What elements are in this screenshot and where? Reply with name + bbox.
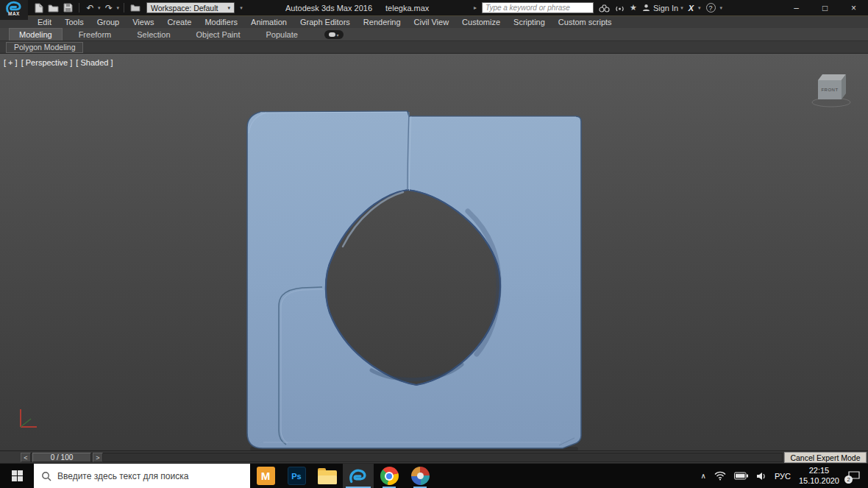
ribbon-tab-object-paint[interactable]: Object Paint: [187, 28, 250, 40]
taskbar-icon-explorer[interactable]: [312, 464, 343, 488]
menu-item-custom-scripts[interactable]: Custom scripts: [552, 16, 619, 29]
viewport-label: [ + ] [ Perspective ] [ Shaded ]: [4, 58, 113, 67]
windows-logo-icon: [12, 470, 23, 481]
taskbar-icon-app[interactable]: [405, 464, 435, 488]
gmail-icon: M: [257, 467, 275, 485]
menu-item-edit[interactable]: Edit: [31, 16, 58, 29]
window-title: Autodesk 3ds Max 2016 telegka.max: [285, 0, 429, 15]
favorites-star-icon[interactable]: ★: [630, 3, 637, 13]
menu-item-scripting[interactable]: Scripting: [507, 16, 552, 29]
menu-item-animation[interactable]: Animation: [244, 16, 294, 29]
menu-item-rendering[interactable]: Rendering: [357, 16, 408, 29]
cancel-expert-mode-button[interactable]: Cancel Expert Mode: [784, 452, 867, 463]
time-slider-track[interactable]: [21, 453, 783, 462]
infocenter-collapse-icon[interactable]: ▸: [474, 4, 477, 11]
prev-frame-button[interactable]: <: [21, 453, 31, 462]
ribbon-tab-modeling[interactable]: Modeling: [9, 28, 63, 40]
file-explorer-icon: [318, 470, 337, 484]
language-indicator[interactable]: РУС: [775, 472, 791, 481]
next-frame-button[interactable]: >: [93, 453, 103, 462]
user-icon: [642, 4, 650, 12]
app-swirl-icon: [411, 467, 430, 485]
start-button[interactable]: [0, 464, 34, 488]
taskbar-icon-gmail[interactable]: M: [250, 464, 281, 488]
taskbar-icon-3dsmax[interactable]: [343, 464, 374, 488]
chevron-down-icon: ▾: [227, 5, 230, 11]
ribbon-tab-freeform[interactable]: Freeform: [69, 28, 121, 40]
open-file-button[interactable]: [47, 1, 60, 14]
workspace-selector[interactable]: Workspace: Default ▾: [146, 2, 235, 13]
exchange-apps-icon[interactable]: X: [689, 4, 694, 13]
quick-access-toolbar: ↶ ▾ ↷ ▾ Workspace: Default ▾ ▾: [32, 0, 246, 15]
menu-item-graph-editors[interactable]: Graph Editors: [294, 16, 357, 29]
menu-item-create[interactable]: Create: [160, 16, 198, 29]
notification-center-button[interactable]: 2: [847, 470, 861, 482]
viewport-menu-plus[interactable]: [ + ]: [4, 58, 18, 67]
sign-in-button[interactable]: Sign In ▾: [642, 4, 683, 13]
infocenter: ▸ ★ Sign In ▾ X ▾ ? ▾: [474, 0, 722, 15]
viewport-menu-view[interactable]: [ Perspective ]: [21, 58, 73, 67]
menu-item-group[interactable]: Group: [90, 16, 127, 29]
taskbar: M Ps ∧: [0, 463, 868, 488]
taskbar-icon-photoshop[interactable]: Ps: [281, 464, 312, 488]
file-name: telegka.max: [385, 4, 429, 13]
viewport[interactable]: [ + ] [ Perspective ] [ Shaded ]: [0, 54, 868, 450]
menu-item-modifiers[interactable]: Modifiers: [198, 16, 244, 29]
clock[interactable]: 22:15 15.10.2020: [799, 466, 839, 487]
polygon-modeling-panel-label[interactable]: Polygon Modeling: [6, 42, 83, 53]
world-axis: [15, 408, 49, 431]
chevron-down-icon: ▾: [680, 5, 683, 11]
search-icon: [41, 471, 51, 481]
minimize-button[interactable]: –: [782, 0, 811, 15]
save-file-button[interactable]: [62, 1, 74, 14]
photoshop-icon: Ps: [288, 467, 306, 485]
model-plate[interactable]: [247, 111, 581, 448]
clock-time: 22:15: [809, 466, 830, 475]
menubar: Edit Tools Group Views Create Modifiers …: [0, 15, 868, 28]
ribbon-tab-populate[interactable]: Populate: [256, 28, 307, 40]
notification-badge: 2: [844, 475, 853, 484]
ribbon-tab-selection[interactable]: Selection: [127, 28, 179, 40]
communication-center-icon[interactable]: [615, 4, 625, 13]
taskbar-search-input[interactable]: [57, 471, 243, 481]
volume-icon[interactable]: [756, 472, 766, 481]
redo-dropdown-icon[interactable]: ▾: [117, 5, 120, 11]
project-folder-button[interactable]: [129, 1, 141, 14]
menu-item-civil-view[interactable]: Civil View: [408, 16, 455, 29]
undo-dropdown-icon[interactable]: ▾: [98, 5, 101, 11]
model-canvas[interactable]: [0, 54, 868, 450]
window-controls: – □ ×: [782, 0, 868, 15]
max-application-button[interactable]: MAX: [0, 0, 28, 20]
system-tray: ∧ РУС 22:15 15.10.2020: [701, 464, 868, 488]
chevron-down-icon[interactable]: ▾: [698, 5, 701, 11]
new-file-button[interactable]: [32, 1, 45, 14]
chevron-down-icon: ▾: [336, 32, 338, 38]
menu-item-views[interactable]: Views: [126, 16, 160, 29]
workspace-flyout-button[interactable]: ▾: [237, 2, 246, 13]
toolbar-separator: [79, 3, 79, 13]
viewcube[interactable]: FRONT: [809, 70, 855, 108]
time-slider-handle[interactable]: 0 / 100: [32, 453, 91, 462]
workspace-label: Workspace: Default: [151, 4, 218, 13]
titlebar: MAX ↶ ▾ ↷ ▾ Workspace: Default ▾: [0, 0, 868, 15]
viewcube-top-face[interactable]: [818, 74, 846, 80]
menu-item-tools[interactable]: Tools: [58, 16, 90, 29]
viewport-menu-shading[interactable]: [ Shaded ]: [76, 58, 113, 67]
ribbon-tabs: Modeling Freeform Selection Object Paint…: [0, 28, 868, 41]
redo-button[interactable]: ↷: [103, 1, 115, 14]
undo-button[interactable]: ↶: [84, 1, 96, 14]
battery-icon[interactable]: [734, 472, 748, 480]
keyword-search-input[interactable]: [482, 2, 594, 13]
search-communities-icon[interactable]: [599, 4, 610, 13]
network-wifi-icon[interactable]: [714, 471, 726, 481]
chevron-down-icon[interactable]: ▾: [720, 5, 723, 11]
ribbon-overflow-button[interactable]: ▾: [324, 30, 344, 39]
close-button[interactable]: ×: [839, 0, 868, 15]
maximize-button[interactable]: □: [811, 0, 839, 15]
help-button[interactable]: ?: [706, 3, 716, 13]
tray-expand-button[interactable]: ∧: [701, 472, 706, 480]
menu-item-customize[interactable]: Customize: [455, 16, 507, 29]
sign-in-label: Sign In: [653, 4, 678, 13]
taskbar-icon-chrome[interactable]: [374, 464, 405, 488]
taskbar-search[interactable]: [34, 464, 250, 488]
